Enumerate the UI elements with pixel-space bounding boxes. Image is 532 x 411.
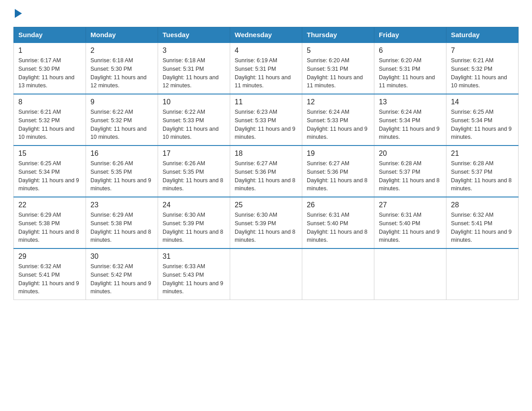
day-of-week-header: Sunday [14, 27, 86, 43]
calendar-day-cell: 8 Sunrise: 6:21 AM Sunset: 5:32 PM Dayli… [14, 94, 86, 146]
calendar-day-cell: 14 Sunrise: 6:25 AM Sunset: 5:34 PM Dayl… [446, 94, 519, 146]
logo-arrow-icon [15, 9, 22, 18]
day-info: Sunrise: 6:18 AM Sunset: 5:31 PM Dayligh… [163, 56, 225, 90]
calendar-day-cell: 3 Sunrise: 6:18 AM Sunset: 5:31 PM Dayli… [158, 43, 230, 94]
day-info: Sunrise: 6:26 AM Sunset: 5:35 PM Dayligh… [90, 159, 153, 193]
calendar-day-cell [230, 248, 302, 300]
day-info: Sunrise: 6:32 AM Sunset: 5:42 PM Dayligh… [90, 262, 153, 296]
day-number: 25 [235, 201, 297, 209]
day-number: 14 [451, 98, 514, 106]
day-number: 26 [307, 201, 369, 209]
calendar-day-cell: 18 Sunrise: 6:27 AM Sunset: 5:36 PM Dayl… [230, 146, 302, 197]
calendar-week-row: 15 Sunrise: 6:25 AM Sunset: 5:34 PM Dayl… [14, 146, 519, 197]
calendar-day-cell: 6 Sunrise: 6:20 AM Sunset: 5:31 PM Dayli… [374, 43, 446, 94]
day-info: Sunrise: 6:32 AM Sunset: 5:41 PM Dayligh… [18, 262, 81, 296]
calendar-table: SundayMondayTuesdayWednesdayThursdayFrid… [13, 27, 519, 300]
day-info: Sunrise: 6:30 AM Sunset: 5:39 PM Dayligh… [163, 211, 225, 244]
day-of-week-header: Friday [374, 27, 446, 43]
day-number: 4 [235, 47, 297, 55]
calendar-day-cell: 7 Sunrise: 6:21 AM Sunset: 5:32 PM Dayli… [446, 43, 519, 94]
day-info: Sunrise: 6:29 AM Sunset: 5:38 PM Dayligh… [18, 211, 81, 244]
day-of-week-header: Thursday [302, 27, 374, 43]
day-number: 21 [451, 150, 514, 158]
calendar-day-cell: 24 Sunrise: 6:30 AM Sunset: 5:39 PM Dayl… [158, 197, 230, 248]
day-number: 17 [163, 150, 225, 158]
day-info: Sunrise: 6:32 AM Sunset: 5:41 PM Dayligh… [451, 211, 514, 244]
calendar-day-cell: 20 Sunrise: 6:28 AM Sunset: 5:37 PM Dayl… [374, 146, 446, 197]
calendar-day-cell: 4 Sunrise: 6:19 AM Sunset: 5:31 PM Dayli… [230, 43, 302, 94]
calendar-day-cell [374, 248, 446, 300]
day-number: 16 [90, 150, 153, 158]
calendar-day-cell: 28 Sunrise: 6:32 AM Sunset: 5:41 PM Dayl… [446, 197, 519, 248]
calendar-day-cell [302, 248, 374, 300]
day-number: 7 [451, 47, 514, 55]
day-info: Sunrise: 6:31 AM Sunset: 5:40 PM Dayligh… [379, 211, 442, 244]
calendar-day-cell: 9 Sunrise: 6:22 AM Sunset: 5:32 PM Dayli… [86, 94, 158, 146]
day-info: Sunrise: 6:20 AM Sunset: 5:31 PM Dayligh… [307, 56, 369, 90]
calendar-day-cell: 26 Sunrise: 6:31 AM Sunset: 5:40 PM Dayl… [302, 197, 374, 248]
day-info: Sunrise: 6:26 AM Sunset: 5:35 PM Dayligh… [163, 159, 225, 193]
calendar-week-row: 22 Sunrise: 6:29 AM Sunset: 5:38 PM Dayl… [14, 197, 519, 248]
day-info: Sunrise: 6:24 AM Sunset: 5:34 PM Dayligh… [379, 108, 442, 141]
calendar-day-cell: 16 Sunrise: 6:26 AM Sunset: 5:35 PM Dayl… [86, 146, 158, 197]
calendar-day-cell: 5 Sunrise: 6:20 AM Sunset: 5:31 PM Dayli… [302, 43, 374, 94]
day-of-week-header: Tuesday [158, 27, 230, 43]
calendar-day-cell: 15 Sunrise: 6:25 AM Sunset: 5:34 PM Dayl… [14, 146, 86, 197]
calendar-week-row: 29 Sunrise: 6:32 AM Sunset: 5:41 PM Dayl… [14, 248, 519, 300]
day-number: 27 [379, 201, 442, 209]
day-number: 20 [379, 150, 442, 158]
day-number: 19 [307, 150, 369, 158]
day-number: 10 [163, 98, 225, 106]
day-info: Sunrise: 6:27 AM Sunset: 5:36 PM Dayligh… [235, 159, 297, 193]
calendar-day-cell: 30 Sunrise: 6:32 AM Sunset: 5:42 PM Dayl… [86, 248, 158, 300]
day-info: Sunrise: 6:23 AM Sunset: 5:33 PM Dayligh… [235, 108, 297, 141]
day-info: Sunrise: 6:28 AM Sunset: 5:37 PM Dayligh… [379, 159, 442, 193]
day-info: Sunrise: 6:20 AM Sunset: 5:31 PM Dayligh… [379, 56, 442, 90]
day-info: Sunrise: 6:21 AM Sunset: 5:32 PM Dayligh… [451, 56, 514, 90]
day-number: 15 [18, 150, 81, 158]
calendar-day-cell: 13 Sunrise: 6:24 AM Sunset: 5:34 PM Dayl… [374, 94, 446, 146]
day-info: Sunrise: 6:30 AM Sunset: 5:39 PM Dayligh… [235, 211, 297, 244]
day-info: Sunrise: 6:29 AM Sunset: 5:38 PM Dayligh… [90, 211, 153, 244]
day-info: Sunrise: 6:22 AM Sunset: 5:33 PM Dayligh… [163, 108, 225, 141]
calendar-day-cell: 31 Sunrise: 6:33 AM Sunset: 5:43 PM Dayl… [158, 248, 230, 300]
day-number: 12 [307, 98, 369, 106]
day-number: 11 [235, 98, 297, 106]
calendar-day-cell: 12 Sunrise: 6:24 AM Sunset: 5:33 PM Dayl… [302, 94, 374, 146]
day-number: 9 [90, 98, 153, 106]
day-info: Sunrise: 6:19 AM Sunset: 5:31 PM Dayligh… [235, 56, 297, 90]
day-number: 29 [18, 253, 81, 261]
day-number: 8 [18, 98, 81, 106]
day-of-week-header: Wednesday [230, 27, 302, 43]
day-number: 3 [163, 47, 225, 55]
day-number: 5 [307, 47, 369, 55]
calendar-day-cell: 27 Sunrise: 6:31 AM Sunset: 5:40 PM Dayl… [374, 197, 446, 248]
day-info: Sunrise: 6:33 AM Sunset: 5:43 PM Dayligh… [163, 262, 225, 296]
calendar-day-cell: 22 Sunrise: 6:29 AM Sunset: 5:38 PM Dayl… [14, 197, 86, 248]
calendar-week-row: 1 Sunrise: 6:17 AM Sunset: 5:30 PM Dayli… [14, 43, 519, 94]
day-info: Sunrise: 6:18 AM Sunset: 5:30 PM Dayligh… [90, 56, 153, 90]
day-info: Sunrise: 6:31 AM Sunset: 5:40 PM Dayligh… [307, 211, 369, 244]
day-number: 28 [451, 201, 514, 209]
day-number: 18 [235, 150, 297, 158]
calendar-week-row: 8 Sunrise: 6:21 AM Sunset: 5:32 PM Dayli… [14, 94, 519, 146]
calendar-day-cell: 10 Sunrise: 6:22 AM Sunset: 5:33 PM Dayl… [158, 94, 230, 146]
day-number: 24 [163, 201, 225, 209]
day-number: 6 [379, 47, 442, 55]
day-info: Sunrise: 6:22 AM Sunset: 5:32 PM Dayligh… [90, 108, 153, 141]
calendar-day-cell: 11 Sunrise: 6:23 AM Sunset: 5:33 PM Dayl… [230, 94, 302, 146]
day-number: 30 [90, 253, 153, 261]
calendar-day-cell: 25 Sunrise: 6:30 AM Sunset: 5:39 PM Dayl… [230, 197, 302, 248]
calendar-day-cell: 19 Sunrise: 6:27 AM Sunset: 5:36 PM Dayl… [302, 146, 374, 197]
day-info: Sunrise: 6:25 AM Sunset: 5:34 PM Dayligh… [451, 108, 514, 141]
calendar-day-cell: 23 Sunrise: 6:29 AM Sunset: 5:38 PM Dayl… [86, 197, 158, 248]
calendar-day-cell: 1 Sunrise: 6:17 AM Sunset: 5:30 PM Dayli… [14, 43, 86, 94]
day-info: Sunrise: 6:24 AM Sunset: 5:33 PM Dayligh… [307, 108, 369, 141]
calendar-day-cell [446, 248, 519, 300]
day-of-week-header: Monday [86, 27, 158, 43]
day-number: 22 [18, 201, 81, 209]
day-of-week-header: Saturday [446, 27, 519, 43]
calendar-day-cell: 17 Sunrise: 6:26 AM Sunset: 5:35 PM Dayl… [158, 146, 230, 197]
day-info: Sunrise: 6:28 AM Sunset: 5:37 PM Dayligh… [451, 159, 514, 193]
day-number: 13 [379, 98, 442, 106]
